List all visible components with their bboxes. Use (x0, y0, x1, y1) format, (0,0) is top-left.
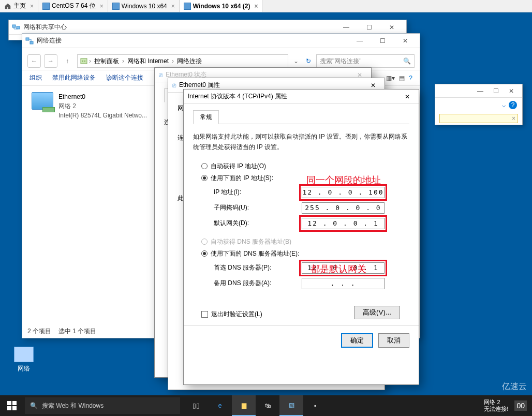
info-bar[interactable]: × (439, 114, 518, 123)
checkbox-label: 退出时验证设置(L) (211, 310, 262, 319)
minimize-button[interactable]: — (472, 87, 488, 95)
watermark: 亿速云 (502, 381, 527, 392)
dns1-input[interactable]: 12 . 0 . 0 . 1 (302, 262, 385, 274)
close-icon[interactable]: × (30, 3, 34, 10)
radio-use-dns[interactable]: 使用下面的 DNS 服务器地址(E): (201, 249, 409, 258)
tab-win10b[interactable]: Windows 10 x64 (2) × (180, 0, 263, 12)
ip-label: IP 地址(I): (214, 188, 302, 197)
mask-input[interactable]: 255 . 0 . 0 . 0 (302, 202, 385, 214)
adapter-name: Ethernet0 (58, 92, 147, 101)
control-panel-icon (80, 57, 88, 65)
toolbar-diagnose[interactable]: 诊断这个连接 (106, 73, 143, 82)
close-icon[interactable]: × (171, 3, 175, 10)
close-button[interactable]: ✕ (400, 93, 415, 100)
breadcrumb-seg[interactable]: 控制面板 (92, 57, 121, 66)
advanced-button[interactable]: 高级(V)... (354, 306, 400, 319)
field-dns2: 备用 DNS 服务器(A): . . . (214, 278, 409, 289)
back-button[interactable]: ← (27, 54, 41, 68)
field-mask: 子网掩码(U): 255 . 0 . 0 . 0 (214, 202, 409, 214)
details-icon[interactable]: ▤ (399, 75, 405, 82)
maximize-button[interactable]: ☐ (358, 20, 380, 35)
adapter-device: Intel(R) 82574L Gigabit Netwo... (58, 111, 147, 120)
breadcrumb-seg[interactable]: 网络连接 (175, 57, 204, 66)
titlebar[interactable]: 网络和共享中心 — ☐ ✕ (9, 20, 406, 35)
taskbar: 🔍 搜索 Web 和 Windows ▯▯ e ▆ 🛍 ▧ ▪ 网络 2 无法连… (0, 395, 532, 416)
close-button[interactable]: ✕ (394, 34, 417, 48)
radio-use-ip[interactable]: 使用下面的 IP 地址(S): (201, 174, 409, 183)
status-selection: 选中 1 个项目 (58, 327, 96, 336)
help-icon[interactable]: ? (409, 75, 412, 82)
svg-rect-1 (17, 26, 20, 29)
dialog-titlebar[interactable]: Internet 协议版本 4 (TCP/IPv4) 属性 ✕ (184, 90, 419, 104)
checkbox-validate[interactable]: 退出时验证设置(L) (201, 310, 262, 319)
maximize-button[interactable]: ☐ (488, 87, 504, 95)
titlebar[interactable]: — ☐ ✕ (435, 84, 522, 98)
close-icon[interactable]: × (254, 3, 258, 10)
adapter-network: 网络 2 (58, 101, 147, 111)
close-icon[interactable]: × (100, 3, 104, 10)
start-button[interactable] (0, 395, 24, 416)
search-input[interactable]: 搜索"网络连接" 🔍 (316, 54, 415, 68)
refresh-icon[interactable]: ↻ (304, 57, 313, 65)
svg-rect-3 (30, 41, 33, 44)
adapter-text: Ethernet0 网络 2 Intel(R) 82574L Gigabit N… (58, 92, 147, 120)
system-tray[interactable]: 网络 2 无法连接! 00 (479, 399, 532, 412)
taskview-button[interactable]: ▯▯ (184, 395, 208, 416)
minimize-button[interactable]: — (348, 34, 371, 48)
tab-win10a[interactable]: Windows 10 x64 × (108, 0, 180, 12)
help-icon[interactable]: ? (509, 101, 517, 109)
titlebar[interactable]: 网络连接 — ☐ ✕ (22, 34, 420, 48)
tab-centos-label: CentOS 7 64 位 (52, 2, 96, 10)
svg-point-6 (84, 61, 85, 62)
dns2-input[interactable]: . . . (302, 278, 385, 289)
taskbar-apps: ▯▯ e ▆ 🛍 ▧ ▪ (184, 395, 327, 416)
tab-centos[interactable]: CentOS 7 64 位 × (38, 0, 108, 12)
search-placeholder: 搜索"网络连接" (320, 57, 362, 66)
taskbar-search[interactable]: 🔍 搜索 Web 和 Windows (25, 397, 180, 414)
tab-home[interactable]: 主页 × (0, 0, 38, 12)
chevron-right-icon: › (172, 57, 174, 65)
chevron-down-icon[interactable]: ⌄ (291, 57, 301, 65)
radio-label: 自动获得 IP 地址(O) (211, 162, 266, 171)
ok-button[interactable]: 确定 (341, 333, 373, 348)
radio-label: 使用下面的 IP 地址(S): (211, 174, 273, 183)
breadcrumb-seg[interactable]: 网络和 Internet (125, 57, 171, 66)
svg-rect-0 (12, 25, 16, 27)
close-icon[interactable]: × (512, 115, 515, 122)
tab-general[interactable]: 常规 (193, 110, 219, 124)
radio-auto-ip[interactable]: 自动获得 IP 地址(O) (201, 162, 409, 171)
radio-label: 自动获得 DNS 服务器地址(B) (211, 237, 291, 246)
network-connections-icon (25, 37, 34, 45)
explorer-button[interactable]: ▆ (232, 395, 256, 416)
close-button[interactable]: ✕ (504, 87, 519, 95)
search-icon: 🔍 (30, 402, 38, 409)
mask-label: 子网掩码(U): (214, 203, 302, 212)
toolbar-disable[interactable]: 禁用此网络设备 (52, 73, 96, 82)
breadcrumb[interactable]: › 控制面板 › 网络和 Internet › 网络连接 (77, 54, 288, 68)
ip-input[interactable]: 12 . 0 . 0 . 100 (302, 187, 385, 198)
view-icon[interactable]: ▥▾ (386, 75, 395, 82)
edge-button[interactable]: e (208, 395, 232, 416)
chevron-down-icon[interactable]: ⌵ (502, 101, 506, 109)
window-title: 网络连接 (37, 36, 348, 45)
windows-icon (7, 401, 17, 410)
cancel-button[interactable]: 取消 (378, 333, 409, 348)
vm-icon (184, 3, 191, 10)
close-button[interactable]: ✕ (366, 82, 380, 89)
minimize-button[interactable]: — (335, 20, 358, 35)
gateway-input[interactable]: 12 . 0 . 0 . 1 (302, 218, 385, 229)
store-button[interactable]: 🛍 (256, 395, 279, 416)
up-button[interactable]: ↑ (61, 54, 74, 68)
radio-icon (201, 163, 208, 169)
radio-icon (201, 250, 208, 257)
cmd-button[interactable]: ▪ (303, 395, 327, 416)
toolbar-organize[interactable]: 组织 (29, 73, 42, 82)
network-center-icon (12, 23, 20, 32)
forward-button[interactable]: → (44, 54, 57, 68)
control-panel-button[interactable]: ▧ (279, 395, 303, 416)
svg-rect-2 (26, 38, 29, 40)
desktop-icon-network[interactable]: 网络 (11, 347, 36, 373)
maximize-button[interactable]: ☐ (371, 34, 394, 48)
close-button[interactable]: ✕ (380, 20, 403, 35)
checkbox-icon (201, 311, 208, 318)
